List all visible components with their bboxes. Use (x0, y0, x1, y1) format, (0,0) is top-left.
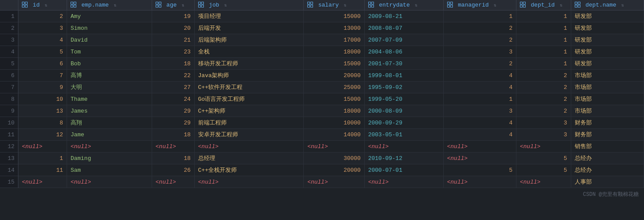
cell-salary: 14000 (304, 129, 365, 141)
cell-id: 9 (18, 82, 67, 93)
col-header-deptid[interactable]: dept_id ⇅ (516, 0, 571, 11)
cell-salary: 18000 (304, 46, 365, 58)
cell-salary: 13000 (304, 22, 365, 34)
cell-deptname: 研发部 (571, 58, 644, 70)
cell-job: C++软件开发工程 (194, 82, 303, 93)
cell-empname: James (67, 105, 152, 117)
svg-rect-26 (447, 5, 449, 7)
col-header-salary[interactable]: salary ⇅ (304, 0, 365, 11)
cell-empname: 高博 (67, 70, 152, 82)
cell-rownum: 14 (0, 164, 18, 176)
cell-job: 安卓开发工程师 (194, 129, 303, 141)
table-header-row: id ⇅ emp.name ⇅ age ⇅ (0, 0, 644, 11)
cell-deptid: 1 (516, 34, 571, 46)
svg-rect-20 (368, 2, 370, 4)
cell-managerid: 5 (443, 164, 516, 176)
cell-rownum: 6 (0, 70, 18, 82)
cell-managerid: 2 (443, 58, 516, 70)
svg-rect-0 (22, 2, 25, 4)
cell-empname: Thame (67, 93, 152, 105)
cell-job: 前端工程师 (194, 117, 303, 129)
cell-managerid: <null> (443, 141, 516, 153)
cell-age: 29 (152, 105, 194, 117)
cell-id: 2 (18, 11, 67, 22)
cell-managerid: 4 (443, 70, 516, 82)
cell-deptname: 市场部 (571, 70, 644, 82)
cell-entrydate: <null> (364, 176, 443, 188)
table-row: 15<null><null><null><null><null><null><n… (0, 176, 644, 188)
cell-deptname: 销售部 (571, 141, 644, 153)
cell-rownum: 2 (0, 22, 18, 34)
cell-deptid: 2 (516, 70, 571, 82)
cell-managerid: 3 (443, 46, 516, 58)
col-header-empname[interactable]: emp.name ⇅ (67, 0, 152, 11)
cell-entrydate: 2003-05-01 (364, 129, 443, 141)
cell-id: 13 (18, 105, 67, 117)
cell-job: 后端开发 (194, 22, 303, 34)
cell-managerid: 1 (443, 11, 516, 22)
cell-id: 5 (18, 46, 67, 58)
cell-id: 3 (18, 22, 67, 34)
cell-managerid: <null> (443, 153, 516, 164)
svg-rect-18 (308, 5, 310, 7)
table-row: 1411Sam26C++全栈开发师200002000-07-0155总经办 (0, 164, 644, 176)
cell-managerid: 2 (443, 34, 516, 46)
cell-deptid: 1 (516, 11, 571, 22)
cell-id: <null> (18, 176, 67, 188)
cell-empname: Bob (67, 58, 152, 70)
svg-rect-7 (74, 5, 76, 7)
watermark-text: CSDN @兜里有颗棉花糖 (583, 192, 639, 198)
svg-rect-19 (311, 5, 313, 7)
cell-rownum: 13 (0, 153, 18, 164)
svg-rect-14 (198, 5, 200, 7)
cell-entrydate: 1995-09-02 (364, 82, 443, 93)
cell-age: 26 (152, 164, 194, 176)
col-header-id[interactable]: id ⇅ (18, 0, 67, 11)
cell-deptid: 1 (516, 46, 571, 58)
cell-id: 1 (18, 153, 67, 164)
col-header-deptname[interactable]: dept.name ⇅ (571, 0, 644, 11)
cell-empname: Daming (67, 153, 152, 164)
cell-rownum: 5 (0, 58, 18, 70)
col-header-managerid[interactable]: managerid ⇅ (443, 0, 516, 11)
cell-deptid: <null> (516, 176, 571, 188)
col-header-job[interactable]: job ⇅ (194, 0, 303, 11)
sort-icon-id: ⇅ (45, 3, 47, 8)
cell-managerid: 4 (443, 129, 516, 141)
svg-rect-32 (575, 2, 577, 4)
cell-entrydate: 2000-07-01 (364, 164, 443, 176)
table-row: 913James29C++架构师180002000-08-0932市场部 (0, 105, 644, 117)
cell-empname: 大明 (67, 82, 152, 93)
cell-rownum: 11 (0, 129, 18, 141)
cell-job: 总经理 (194, 153, 303, 164)
table-row: 131Daming18总经理300002010-09-12<null>5总经办 (0, 153, 644, 164)
svg-rect-4 (71, 2, 73, 4)
cell-age: 29 (152, 117, 194, 129)
cell-salary: 10000 (304, 117, 365, 129)
cell-age: 18 (152, 129, 194, 141)
col-header-age[interactable]: age ⇅ (152, 0, 194, 11)
cell-empname: Tom (67, 46, 152, 58)
cell-rownum: 1 (0, 11, 18, 22)
cell-deptname: 研发部 (571, 46, 644, 58)
svg-rect-12 (198, 2, 200, 4)
cell-age: 18 (152, 58, 194, 70)
col-header-entrydate[interactable]: entrydate ⇅ (364, 0, 443, 11)
cell-salary: 30000 (304, 153, 365, 164)
cell-deptname: 人事部 (571, 176, 644, 188)
cell-salary: 20000 (304, 70, 365, 82)
cell-deptname: 市场部 (571, 82, 644, 93)
cell-salary: 15000 (304, 11, 365, 22)
svg-rect-22 (368, 5, 370, 7)
cell-entrydate: 2007-07-09 (364, 34, 443, 46)
table-row: 12Amy19项目经理150002009-08-2111研发部 (0, 11, 644, 22)
sort-icon-entrydate: ⇅ (415, 3, 418, 8)
cell-salary: <null> (304, 141, 365, 153)
svg-rect-34 (575, 5, 577, 7)
cell-entrydate: 2009-08-21 (364, 11, 443, 22)
cell-deptname: 研发部 (571, 34, 644, 46)
cell-salary: 17000 (304, 34, 365, 46)
cell-age: 19 (152, 11, 194, 22)
cell-age: 22 (152, 70, 194, 82)
cell-empname: David (67, 34, 152, 46)
